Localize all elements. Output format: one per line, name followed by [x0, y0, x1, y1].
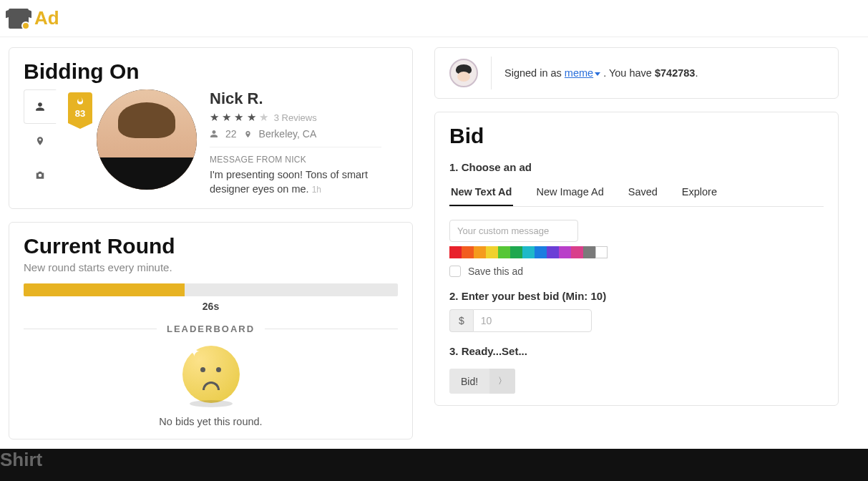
ad-tabs: New Text Ad New Image Ad Saved Explore: [449, 180, 824, 207]
camera-icon: [34, 170, 46, 180]
brand-suffix: Shirt: [0, 449, 868, 462]
location-small-icon: [244, 130, 252, 139]
tab-new-image-ad[interactable]: New Image Ad: [535, 180, 605, 206]
brand: AdShirt: [34, 7, 59, 29]
person-icon: [35, 102, 45, 112]
signin-text: Signed in as meme . You have $742783.: [504, 67, 698, 79]
currency-symbol: $: [449, 309, 473, 332]
seller-location: Berkeley, CA: [259, 128, 317, 140]
logo-icon: [9, 9, 29, 29]
color-swatch[interactable]: [547, 246, 559, 258]
tab-new-text-ad[interactable]: New Text Ad: [449, 180, 513, 206]
save-ad-label: Save this ad: [468, 266, 523, 277]
tab-person[interactable]: [24, 89, 57, 124]
user-avatar: [449, 59, 478, 87]
seller-avatar: [97, 89, 197, 190]
tab-explore[interactable]: Explore: [681, 180, 718, 206]
signin-suffix: .: [695, 67, 698, 79]
round-progress-fill: [24, 283, 185, 296]
message-body: I'm presenting soon! Tons of smart desig…: [210, 169, 368, 195]
brand-prefix: Ad: [34, 7, 59, 29]
custom-message-input[interactable]: [449, 220, 578, 242]
color-swatch[interactable]: [462, 246, 474, 258]
save-ad-checkbox[interactable]: [449, 266, 461, 277]
bid-button-label: Bid!: [449, 369, 489, 394]
message-time: 1h: [312, 185, 321, 195]
color-swatch[interactable]: [595, 246, 608, 258]
round-progress: [24, 283, 398, 296]
color-swatch[interactable]: [449, 246, 462, 258]
location-icon: [35, 136, 45, 146]
signin-prefix: Signed in as: [504, 67, 562, 79]
step1-label: 1. Choose an ad: [449, 161, 824, 173]
reviews-count: 3 Reviews: [274, 112, 317, 123]
topbar: AdShirt: [0, 0, 868, 37]
color-swatch[interactable]: [474, 246, 486, 258]
color-swatch[interactable]: [571, 246, 583, 258]
flame-icon: [74, 95, 86, 107]
bid-amount-input[interactable]: [473, 309, 592, 332]
chevron-right-icon: 〉: [489, 369, 515, 394]
signin-mid: . You have: [603, 67, 652, 79]
round-subtitle: New round starts every minute.: [24, 261, 398, 273]
bidding-on-panel: Bidding On: [9, 47, 413, 209]
seller-name: Nick R.: [210, 89, 381, 108]
user-balance: $742783: [655, 67, 695, 79]
step3-label: 3. Ready...Set...: [449, 345, 824, 357]
tab-photo[interactable]: [24, 158, 57, 193]
leaderboard-label: LEADERBOARD: [167, 324, 255, 334]
message-label: MESSAGE FROM NICK: [210, 155, 381, 165]
color-swatch[interactable]: [583, 246, 595, 258]
rating: ★ ★ ★ ★ ★ 3 Reviews: [210, 111, 381, 124]
heat-score: 83: [68, 108, 92, 119]
color-swatch[interactable]: [535, 246, 547, 258]
bidding-on-title: Bidding On: [24, 59, 398, 84]
color-swatch[interactable]: [498, 246, 510, 258]
bid-panel: Bid 1. Choose an ad New Text Ad New Imag…: [434, 112, 839, 406]
bid-button[interactable]: Bid! 〉: [449, 369, 515, 394]
bid-title: Bid: [449, 124, 824, 148]
round-timer: 26s: [24, 301, 398, 312]
user-link[interactable]: meme: [565, 67, 593, 79]
signin-panel: Signed in as meme . You have $742783.: [434, 47, 839, 99]
sad-coin-icon: ✦: [182, 346, 240, 403]
star-icon: ★ ★ ★ ★ ★: [210, 111, 268, 124]
message-text: I'm presenting soon! Tons of smart desig…: [210, 167, 381, 197]
color-swatch[interactable]: [486, 246, 498, 258]
color-swatches: [449, 246, 608, 258]
profile-tabs: [24, 89, 57, 197]
color-swatch[interactable]: [559, 246, 571, 258]
profile-content: 83 Nick R. ★ ★ ★ ★ ★ 3 Reviews: [68, 89, 381, 197]
seller-age: 22: [225, 128, 237, 140]
current-round-panel: Current Round New round starts every min…: [9, 222, 413, 439]
color-swatch[interactable]: [510, 246, 522, 258]
round-title: Current Round: [24, 234, 398, 258]
person-small-icon: [210, 130, 218, 138]
tab-saved[interactable]: Saved: [627, 180, 659, 206]
no-bids-text: No bids yet this round.: [24, 416, 398, 427]
step2-label: 2. Enter your best bid (Min: 10): [449, 290, 824, 302]
color-swatch[interactable]: [522, 246, 535, 258]
tab-location[interactable]: [24, 124, 57, 158]
chevron-down-icon[interactable]: [595, 72, 600, 76]
heat-badge: 83: [68, 92, 92, 123]
